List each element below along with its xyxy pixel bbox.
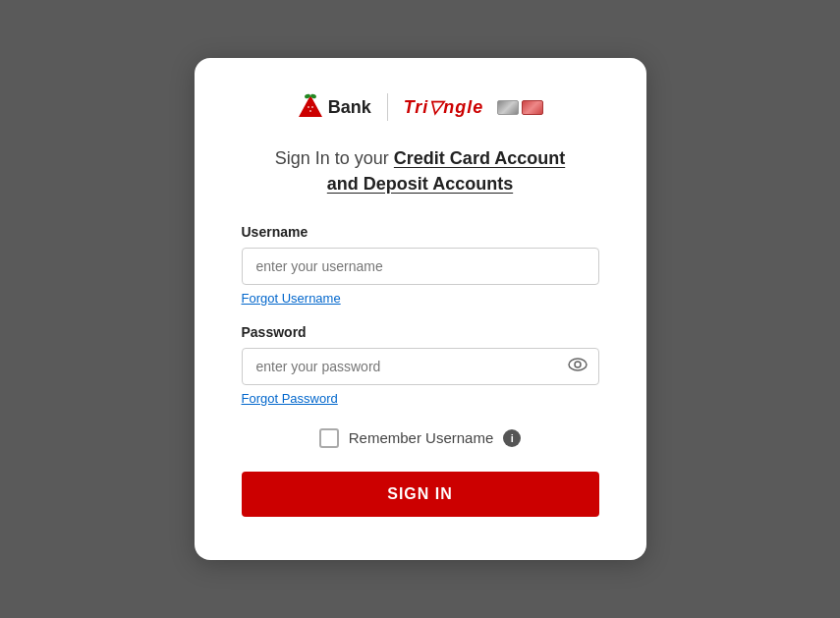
credit-card-image bbox=[497, 100, 543, 115]
page-heading: Sign In to your Credit Card Account and … bbox=[242, 146, 599, 196]
password-group: Password Forgot Password bbox=[242, 324, 599, 407]
svg-point-4 bbox=[308, 106, 309, 108]
bank-logo: Bank bbox=[297, 93, 371, 121]
bank-text: Bank bbox=[328, 97, 371, 118]
card-chip-2 bbox=[522, 100, 543, 115]
username-input[interactable] bbox=[242, 248, 599, 285]
password-label: Password bbox=[242, 324, 599, 340]
forgot-password-link[interactable]: Forgot Password bbox=[242, 391, 338, 406]
heading-line1: Sign In to your Credit Card Account bbox=[242, 146, 599, 171]
forgot-username-link[interactable]: Forgot Username bbox=[242, 291, 341, 306]
password-input-wrapper bbox=[242, 348, 599, 385]
username-group: Username Forgot Username bbox=[242, 224, 599, 307]
logo-divider bbox=[387, 93, 388, 121]
toggle-password-icon[interactable] bbox=[568, 358, 588, 375]
heading-line2: and Deposit Accounts bbox=[242, 172, 599, 197]
remember-username-checkbox[interactable] bbox=[319, 428, 339, 448]
svg-point-7 bbox=[569, 359, 587, 370]
heading-bold-text: Credit Card Account bbox=[394, 148, 565, 168]
bank-logo-icon bbox=[297, 93, 324, 121]
remember-username-label: Remember Username bbox=[349, 429, 494, 446]
username-input-wrapper bbox=[242, 248, 599, 285]
remember-row: Remember Username i bbox=[242, 428, 599, 448]
username-label: Username bbox=[242, 224, 599, 240]
login-card: Bank Tri▽ngle Sign In to your Credit Car… bbox=[195, 58, 646, 559]
card-chip-1 bbox=[497, 100, 519, 115]
svg-point-8 bbox=[575, 362, 581, 367]
heading-normal-text: Sign In to your bbox=[275, 148, 394, 168]
password-input[interactable] bbox=[242, 348, 599, 385]
svg-point-5 bbox=[311, 106, 313, 108]
sign-in-button[interactable]: SIGN IN bbox=[242, 472, 599, 517]
svg-point-6 bbox=[309, 110, 311, 112]
triangle-logo-text: Tri▽ngle bbox=[404, 96, 484, 118]
logo-area: Bank Tri▽ngle bbox=[242, 93, 599, 121]
remember-info-icon[interactable]: i bbox=[503, 429, 521, 447]
